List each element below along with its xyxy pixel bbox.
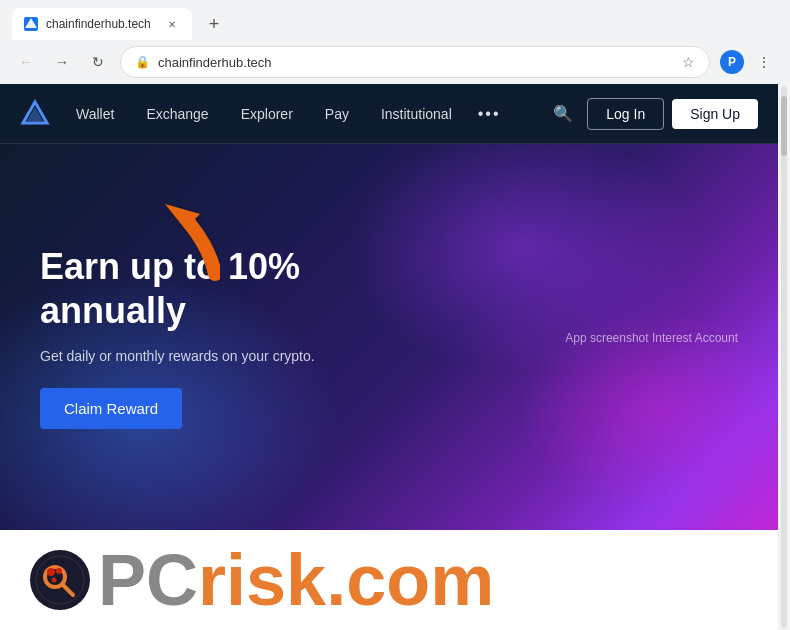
hero-subtitle: Get daily or monthly rewards on your cry… bbox=[40, 348, 388, 364]
site-nav: Wallet Exchange Explorer Pay Institution… bbox=[62, 97, 547, 131]
bookmark-star-icon[interactable]: ☆ bbox=[682, 54, 695, 70]
site-header: Wallet Exchange Explorer Pay Institution… bbox=[0, 84, 778, 144]
login-button[interactable]: Log In bbox=[587, 98, 664, 130]
site-logo[interactable] bbox=[20, 99, 50, 129]
address-text: chainfinderhub.tech bbox=[158, 55, 674, 70]
more-options-icon[interactable]: ⋮ bbox=[750, 48, 778, 76]
browser-content: Wallet Exchange Explorer Pay Institution… bbox=[0, 84, 778, 630]
website: Wallet Exchange Explorer Pay Institution… bbox=[0, 84, 778, 630]
back-button[interactable]: ← bbox=[12, 48, 40, 76]
profile-avatar: P bbox=[720, 50, 744, 74]
nav-wallet[interactable]: Wallet bbox=[62, 98, 128, 130]
nav-exchange[interactable]: Exchange bbox=[132, 98, 222, 130]
com-text: .com bbox=[326, 544, 494, 616]
app-screenshot-label: App screenshot Interest Account bbox=[565, 331, 738, 345]
svg-point-9 bbox=[52, 578, 57, 583]
toolbar-actions: P ⋮ bbox=[718, 48, 778, 76]
browser-titlebar: chainfinderhub.tech ✕ + bbox=[0, 0, 790, 40]
pc-text: PC bbox=[98, 544, 198, 616]
risk-text: risk bbox=[198, 544, 326, 616]
svg-point-4 bbox=[36, 556, 84, 604]
claim-reward-button[interactable]: Claim Reward bbox=[40, 388, 182, 429]
reload-button[interactable]: ↻ bbox=[84, 48, 112, 76]
profile-icon[interactable]: P bbox=[718, 48, 746, 76]
tab-favicon-icon bbox=[24, 17, 38, 31]
svg-marker-0 bbox=[25, 18, 37, 28]
pcrisk-text: PC risk .com bbox=[98, 544, 494, 616]
nav-pay[interactable]: Pay bbox=[311, 98, 363, 130]
browser-window: chainfinderhub.tech ✕ + ← → ↻ 🔒 chainfin… bbox=[0, 0, 790, 630]
svg-point-8 bbox=[56, 568, 62, 574]
search-icon[interactable]: 🔍 bbox=[547, 98, 579, 130]
scrollbar-track bbox=[781, 86, 787, 628]
scrollbar-thumb[interactable] bbox=[781, 96, 787, 156]
browser-toolbar: ← → ↻ 🔒 chainfinderhub.tech ☆ P ⋮ bbox=[0, 40, 790, 84]
browser-tab[interactable]: chainfinderhub.tech ✕ bbox=[12, 8, 192, 40]
svg-point-7 bbox=[47, 568, 55, 576]
site-hero: Earn up to 10% annually Get daily or mon… bbox=[0, 144, 778, 530]
nav-more-dots[interactable]: ••• bbox=[470, 97, 509, 131]
pcrisk-logo: PC risk .com bbox=[30, 544, 494, 616]
hero-app-screenshot: App screenshot Interest Account bbox=[565, 328, 738, 346]
lock-icon: 🔒 bbox=[135, 55, 150, 69]
forward-button[interactable]: → bbox=[48, 48, 76, 76]
browser-scrollbar[interactable] bbox=[778, 84, 790, 630]
tab-close-button[interactable]: ✕ bbox=[164, 16, 180, 32]
nav-explorer[interactable]: Explorer bbox=[227, 98, 307, 130]
nav-institutional[interactable]: Institutional bbox=[367, 98, 466, 130]
tab-title: chainfinderhub.tech bbox=[46, 17, 156, 31]
new-tab-button[interactable]: + bbox=[200, 10, 228, 38]
hero-title: Earn up to 10% annually bbox=[40, 245, 388, 331]
address-bar[interactable]: 🔒 chainfinderhub.tech ☆ bbox=[120, 46, 710, 78]
hero-content: Earn up to 10% annually Get daily or mon… bbox=[0, 205, 428, 468]
signup-button[interactable]: Sign Up bbox=[672, 99, 758, 129]
watermark-bar: PC risk .com bbox=[0, 530, 778, 630]
browser-content-wrapper: Wallet Exchange Explorer Pay Institution… bbox=[0, 84, 790, 630]
pcrisk-icon bbox=[30, 550, 90, 610]
